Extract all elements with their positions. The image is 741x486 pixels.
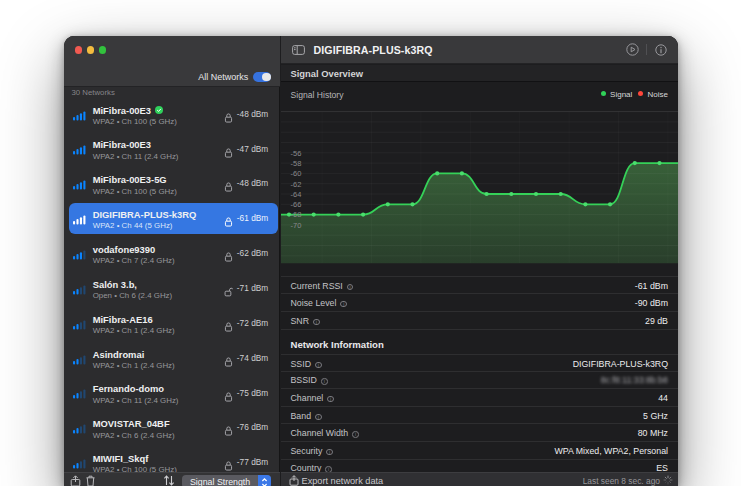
svg-text:-56: -56: [291, 149, 302, 158]
svg-text:-60: -60: [291, 169, 302, 178]
svg-text:-70: -70: [291, 221, 302, 230]
svg-text:-58: -58: [291, 159, 302, 168]
svg-text:-62: -62: [291, 180, 302, 189]
svg-text:-66: -66: [291, 200, 302, 209]
svg-text:-64: -64: [291, 190, 302, 199]
svg-text:-68: -68: [291, 210, 302, 219]
